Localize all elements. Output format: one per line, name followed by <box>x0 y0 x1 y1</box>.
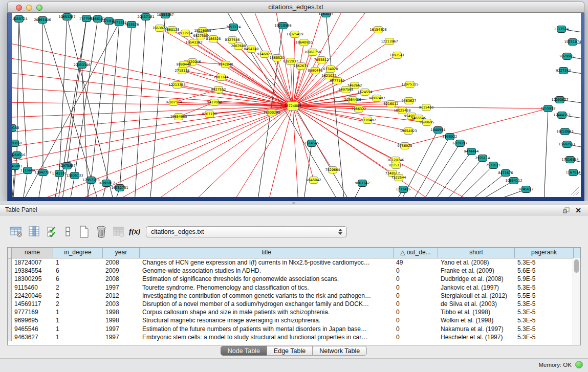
graph-node[interactable]: 9245652 <box>519 186 534 193</box>
panel-divider[interactable] <box>0 201 588 205</box>
float-panel-icon[interactable] <box>563 207 570 213</box>
graph-node[interactable]: 9463627 <box>402 98 417 104</box>
graph-node[interactable]: 8327546 <box>225 37 240 43</box>
graph-node[interactable]: 17016534 <box>561 157 578 163</box>
graph-node[interactable]: 16154808 <box>369 27 386 33</box>
table-row[interactable]: 2242004622012Investigating the contribut… <box>8 292 580 300</box>
graph-node[interactable]: 9427552 <box>211 86 226 93</box>
graph-node[interactable]: 6734028 <box>323 66 338 73</box>
function-builder-button[interactable]: f(x) <box>129 225 143 239</box>
graph-node[interactable]: 2718126 <box>175 68 190 74</box>
graph-node[interactable]: 16961758 <box>304 49 321 56</box>
memory-status-indicator[interactable] <box>575 361 583 368</box>
graph-node[interactable]: 9890448 <box>177 61 191 68</box>
graph-node[interactable]: 19218586 <box>274 23 291 29</box>
graph-node[interactable]: 9777169 <box>330 78 345 84</box>
column-header-in_degree[interactable]: in_degree <box>53 248 103 258</box>
graph-node[interactable]: 12975115 <box>401 81 418 88</box>
graph-node[interactable]: 10654112 <box>505 178 522 184</box>
graph-node[interactable]: 1733426 <box>396 186 411 193</box>
table-row[interactable]: 911546021997Tourette syndrome. Phenomeno… <box>8 283 580 292</box>
graph-node[interactable]: 7520664 <box>325 167 340 173</box>
table-row[interactable]: 1872400712008Changes of HCN gene express… <box>8 258 580 267</box>
graph-node[interactable]: 10975887 <box>58 163 75 169</box>
graph-node[interactable]: 8186328 <box>206 36 221 42</box>
graph-node[interactable]: 9861342 <box>355 180 370 187</box>
table-row[interactable]: 1456911722003Disruption of a novel membe… <box>8 300 580 308</box>
graph-node[interactable]: 8215958 <box>541 105 556 112</box>
graph-node[interactable]: 1319158 <box>12 125 19 132</box>
graph-node[interactable]: 12444153 <box>553 112 570 119</box>
graph-node[interactable]: 10807487 <box>368 95 385 102</box>
create-column-button[interactable] <box>77 225 91 239</box>
graph-node[interactable]: 1145191 <box>52 170 67 177</box>
table-row[interactable]: 946554611997Estimation of the future num… <box>8 325 580 333</box>
close-panel-icon[interactable]: ✕ <box>575 206 581 214</box>
graph-node[interactable]: 8912954 <box>178 30 193 37</box>
graph-node[interactable]: 19654923 <box>400 128 417 135</box>
graph-node[interactable]: 12505133 <box>66 172 83 179</box>
tab-edge-table[interactable]: Edge Table <box>267 346 313 356</box>
graph-node[interactable]: 1117534 <box>554 26 569 33</box>
vertical-scrollbar[interactable] <box>573 258 580 345</box>
tab-network-table[interactable]: Network Table <box>312 346 367 356</box>
table-select-dropdown[interactable]: citations_edges.txt <box>146 226 347 237</box>
graph-node[interactable]: 10553267 <box>157 13 173 18</box>
graph-node[interactable]: 9115460 <box>419 104 434 111</box>
close-traffic-light[interactable] <box>16 5 22 11</box>
graph-node[interactable]: 16210643 <box>556 128 573 135</box>
graph-node[interactable]: 15751074 <box>564 39 581 46</box>
graph-node[interactable]: 9115132 <box>389 162 404 169</box>
delete-table-button[interactable] <box>112 225 126 239</box>
show-columns-button[interactable] <box>27 225 41 239</box>
table-row[interactable]: 969969511998Structural magnetic resonanc… <box>8 316 580 324</box>
graph-node[interactable]: 20891406 <box>34 17 51 24</box>
column-header-out_de[interactable]: △ out_de... <box>394 248 438 258</box>
minimize-traffic-light[interactable] <box>26 5 32 11</box>
graph-node[interactable]: 1624554 <box>358 89 373 96</box>
graph-node[interactable]: 19654985 <box>170 114 187 120</box>
graph-node[interactable]: 7532621 <box>486 162 501 169</box>
graph-node[interactable]: 6216012 <box>384 101 399 107</box>
graph-node[interactable]: 9329965 <box>560 53 575 60</box>
graph-node[interactable]: 9227343 <box>556 68 571 74</box>
row-options-button[interactable] <box>61 225 75 239</box>
graph-node[interactable]: 20053346 <box>73 62 90 69</box>
network-canvas[interactable]: 1405572420891406106532871527602646616110… <box>12 13 581 197</box>
graph-node[interactable]: 1167534 <box>566 169 581 176</box>
select-columns-button[interactable] <box>45 225 59 239</box>
graph-node[interactable]: 8267150 <box>202 111 217 118</box>
delete-column-button[interactable] <box>94 225 108 239</box>
column-header-pagerank[interactable]: pagerank <box>515 248 574 258</box>
graph-node[interactable]: 12093877 <box>551 97 568 103</box>
table-row[interactable]: 977716911998Corpus callosum shape and si… <box>8 308 580 316</box>
graph-node[interactable]: 15692971 <box>558 141 575 148</box>
graph-node[interactable]: 6497568 <box>339 86 354 93</box>
graph-node[interactable]: 9645042 <box>307 177 321 184</box>
graph-node[interactable]: 20260516 <box>12 152 26 159</box>
graph-node[interactable]: 8938922 <box>443 134 458 140</box>
graph-node[interactable]: 8454749 <box>244 46 259 53</box>
graph-node[interactable]: 17957233 <box>82 177 99 184</box>
column-header-year[interactable]: year <box>103 248 140 258</box>
tab-node-table[interactable]: Node Table <box>221 346 267 356</box>
graph-node[interactable]: 20364486 <box>344 97 361 103</box>
graph-node[interactable]: 1115689 <box>20 167 35 174</box>
table-row[interactable]: 946362711997Embryonic stem cells: a mode… <box>8 333 580 341</box>
graph-node[interactable]: 20437181 <box>137 14 154 20</box>
graph-node[interactable]: 11325419 <box>286 31 303 38</box>
graph-node[interactable]: 2626050 <box>12 140 21 147</box>
graph-node[interactable]: 1840954 <box>431 127 446 134</box>
graph-node[interactable]: 1862615 <box>294 63 309 70</box>
table-row[interactable]: 1938455462009Genome-wide association stu… <box>8 267 580 275</box>
graph-node[interactable]: 7986322 <box>352 106 366 113</box>
graph-node[interactable]: 6379197 <box>453 140 468 147</box>
graph-node[interactable]: 1568520 <box>270 55 285 61</box>
column-header-name[interactable]: name <box>12 248 53 258</box>
graph-node[interactable]: 9756928 <box>398 143 412 149</box>
graph-node[interactable]: 7615526 <box>124 21 139 28</box>
graph-node[interactable]: 9699695 <box>420 119 434 126</box>
graph-node[interactable]: 2935114 <box>475 155 490 162</box>
graph-node[interactable]: 14055724 <box>12 16 28 23</box>
graph-node[interactable]: 16782751 <box>111 185 128 191</box>
